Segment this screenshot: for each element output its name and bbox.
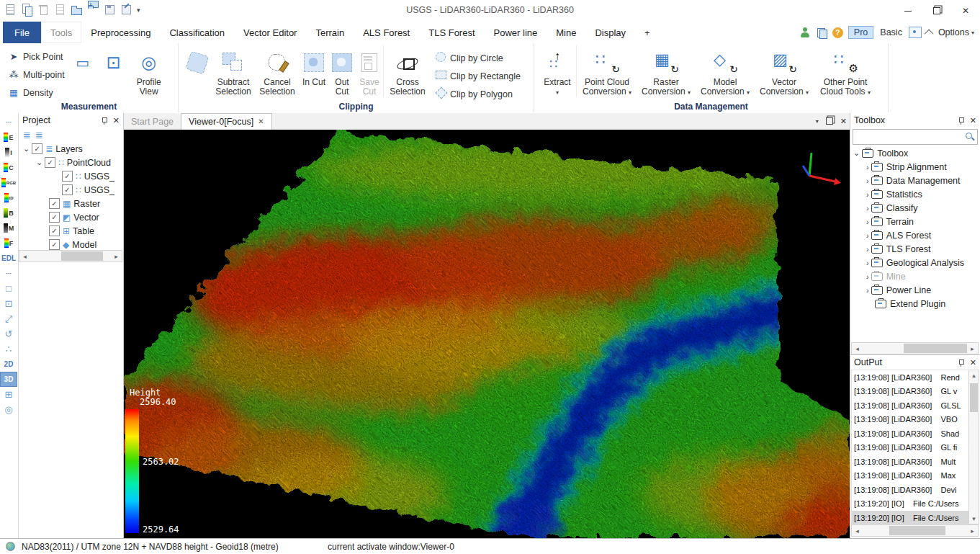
log-row[interactable]: [13:19:08] [LiDAR360] Max: [852, 469, 968, 483]
layer-checkbox[interactable]: ✓: [49, 198, 60, 209]
display-by-id-icon[interactable]: ID: [0, 190, 17, 205]
chevron-icon[interactable]: ›: [866, 218, 869, 226]
scrollbar-thumb[interactable]: [904, 344, 967, 353]
extract-button[interactable]: ∷ ↑ Extract▾: [539, 45, 576, 97]
scroll-left-icon[interactable]: ◂: [852, 343, 863, 354]
toolbox-tree-item[interactable]: › Terrain: [850, 215, 980, 228]
project-tree-item[interactable]: ⌄ ✓ ≣ Layers: [19, 142, 123, 156]
full-extent-icon[interactable]: ⤢: [0, 311, 17, 326]
viewer-tab-close-icon[interactable]: ✕: [258, 118, 264, 125]
toolbox-horizontal-scrollbar[interactable]: ◂ ▸: [851, 342, 979, 354]
save-icon[interactable]: [104, 4, 116, 17]
layer-checkbox[interactable]: ✓: [45, 157, 55, 168]
scrollbar-thumb[interactable]: [889, 526, 945, 535]
ribbon-tab[interactable]: Classification: [160, 22, 234, 43]
polygon-selection-button[interactable]: [183, 45, 212, 78]
ribbon-tab[interactable]: Power line: [485, 22, 547, 43]
chevron-icon[interactable]: ›: [866, 163, 869, 171]
display-by-class-icon[interactable]: C: [0, 160, 17, 175]
chevron-icon[interactable]: ⌄: [36, 158, 42, 167]
layer-checkbox[interactable]: ✓: [62, 171, 73, 182]
cross-selection-button[interactable]: Cross Selection: [383, 45, 431, 97]
project-tree-item[interactable]: ✓ ◩ Vector: [19, 210, 123, 224]
cube-select-icon[interactable]: ⊡: [0, 296, 17, 311]
scrollbar-thumb[interactable]: [970, 383, 978, 412]
project-tree-item[interactable]: ⌄ ✓ ∷ PointCloud: [19, 156, 123, 169]
close-icon[interactable]: ✕: [113, 117, 120, 125]
other-point-cloud-tools-button[interactable]: ∷⚙ Other Point Cloud Tools ▾: [813, 45, 878, 97]
model-conversion-button[interactable]: ◇↻ Model Conversion ▾: [695, 45, 755, 97]
chevron-icon[interactable]: ›: [866, 231, 869, 240]
project-tree-item[interactable]: ✓ ▦ Raster: [19, 197, 123, 210]
display-by-feature-icon[interactable]: F: [0, 236, 17, 251]
log-row[interactable]: [13:19:08] [LiDAR360] Devi: [852, 483, 968, 497]
toolbox-tree-item[interactable]: › ALS Forest: [850, 228, 980, 242]
search-icon[interactable]: [965, 132, 975, 142]
raster-conversion-button[interactable]: ▦↻ Raster Conversion ▾: [637, 45, 695, 97]
scroll-left-icon[interactable]: ◂: [19, 251, 30, 262]
add-layer-group-icon[interactable]: ≣: [35, 130, 43, 140]
profile-view-button[interactable]: ◎ Profile View: [130, 45, 168, 97]
viewer-tab[interactable]: Start Page: [124, 114, 181, 130]
display-blend-icon[interactable]: B: [0, 205, 17, 220]
pro-mode-button[interactable]: Pro: [848, 26, 873, 39]
ribbon-tab[interactable]: Tools: [41, 22, 81, 43]
tab-list-dropdown-icon[interactable]: ▾: [816, 118, 819, 125]
density-button[interactable]: ▦ Density: [4, 84, 68, 102]
chevron-icon[interactable]: ›: [866, 245, 869, 254]
point-axis-icon[interactable]: ∴: [0, 341, 17, 357]
log-row[interactable]: [13:19:08] [LiDAR360] Rend: [852, 370, 968, 385]
scroll-right-icon[interactable]: ▸: [111, 251, 122, 262]
capture-icon[interactable]: [909, 27, 922, 38]
log-row[interactable]: [13:19:08] [LiDAR360] GL fi: [852, 441, 968, 455]
pick-point-button[interactable]: ➤ Pick Point: [4, 48, 68, 66]
license-icon[interactable]: [816, 27, 827, 38]
display-mix-icon[interactable]: M: [0, 220, 17, 236]
project-tree-item[interactable]: ✓ ∷ USGS_: [19, 183, 123, 197]
chevron-icon[interactable]: ⌄: [853, 148, 860, 158]
toolbox-tree-item[interactable]: › Power Line: [850, 283, 980, 297]
toolbox-tree-item[interactable]: › Strip Alignment: [850, 160, 980, 174]
close-icon[interactable]: ✕: [970, 359, 976, 367]
toolbox-tree-item[interactable]: ⌄ Toolbox: [850, 146, 980, 160]
log-row[interactable]: [13:19:08] [LiDAR360] VBO: [852, 413, 968, 427]
toolbox-tree-item[interactable]: › Data Management: [850, 174, 980, 187]
toolbox-tree-item[interactable]: › Classify: [850, 201, 980, 215]
save-as-icon[interactable]: [120, 4, 132, 17]
output-vertical-scrollbar[interactable]: ▴ ▾: [968, 370, 979, 524]
close-icon[interactable]: ✕: [970, 117, 976, 125]
log-row[interactable]: [13:19:08] [LiDAR360] GLSL: [852, 398, 968, 413]
chevron-icon[interactable]: ›: [866, 272, 869, 281]
scroll-down-icon[interactable]: ▾: [969, 514, 979, 524]
orbit-icon[interactable]: ↺: [0, 326, 17, 341]
ribbon-tab[interactable]: Preprocessing: [81, 22, 160, 43]
layer-checkbox[interactable]: ✓: [49, 225, 60, 236]
selection-dots-icon[interactable]: ┄: [0, 115, 17, 130]
ribbon-tab[interactable]: +: [635, 22, 660, 43]
clip-by-rectangle-button[interactable]: Clip by Rectangle: [431, 67, 523, 85]
toolbox-tree-item[interactable]: › Geological Analysis: [850, 256, 980, 269]
ribbon-tab[interactable]: TLS Forest: [419, 22, 484, 43]
multi-point-button[interactable]: ⁂ Multi-point: [4, 66, 68, 84]
log-row[interactable]: [13:19:20] [IO] File C:/Users: [852, 497, 968, 511]
restore-button[interactable]: [922, 0, 951, 22]
toolbox-tree-item[interactable]: › TLS Forest: [850, 242, 980, 256]
toolbox-search-input[interactable]: [853, 130, 965, 143]
ribbon-tab[interactable]: File: [3, 22, 41, 43]
clip-by-polygon-button[interactable]: Clip by Polygon: [431, 85, 523, 103]
ribbon-tab[interactable]: ALS Forest: [354, 22, 419, 43]
viewer-canvas[interactable]: Height 2596.40 2563.02 2529.64: [124, 130, 850, 538]
toolbox-tree-item[interactable]: › Mine: [850, 269, 980, 283]
view-3d-button[interactable]: 3D: [0, 372, 17, 387]
copy-document-icon[interactable]: [21, 4, 33, 17]
display-by-rgb-icon[interactable]: RGB: [0, 175, 17, 190]
point-cloud-conversion-button[interactable]: ∷↻ Point Cloud Conversion ▾: [576, 45, 637, 97]
chevron-icon[interactable]: ›: [866, 177, 869, 185]
vector-conversion-button[interactable]: ▨↻ Vector Conversion ▾: [755, 45, 813, 97]
options-menu[interactable]: Options ▾: [938, 27, 974, 37]
ruler-measure-button[interactable]: ▭: [68, 45, 98, 78]
new-folder-icon[interactable]: [87, 4, 99, 17]
pin-icon[interactable]: [958, 359, 965, 367]
pin-icon[interactable]: [958, 117, 965, 125]
save-cut-button[interactable]: Save Cut: [356, 45, 383, 97]
